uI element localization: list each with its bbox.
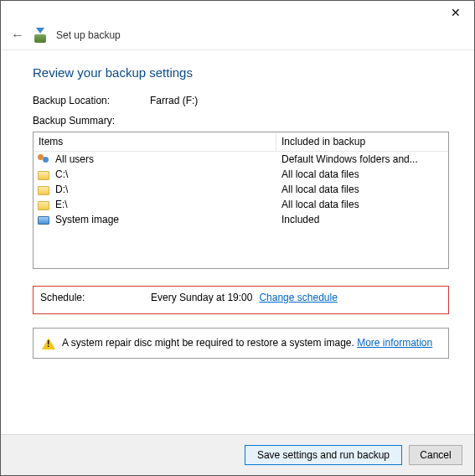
schedule-label: Schedule:	[40, 292, 151, 303]
header: ← Set up backup	[1, 26, 474, 49]
schedule-value: Every Sunday at 19:00	[151, 292, 252, 303]
close-icon: ✕	[451, 6, 461, 19]
monitor-icon	[37, 213, 50, 226]
list-item[interactable]: E:\ All local data files	[34, 197, 448, 212]
list-item-name: D:\	[55, 184, 68, 195]
save-and-run-button[interactable]: Save settings and run backup	[245, 445, 402, 465]
back-arrow-icon[interactable]: ←	[11, 28, 24, 42]
list-item-name: System image	[55, 214, 119, 225]
backup-summary-listview[interactable]: Items Included in backup All users Defau…	[33, 132, 449, 269]
list-item[interactable]: All users Default Windows folders and...	[34, 152, 448, 167]
list-item-included: All local data files	[276, 168, 448, 180]
list-item[interactable]: D:\ All local data files	[34, 182, 448, 197]
folder-icon	[37, 168, 50, 181]
footer: Save settings and run backup Cancel	[1, 434, 474, 475]
backup-location-value: Farrad (F:)	[150, 95, 198, 106]
column-header-included[interactable]: Included in backup	[276, 132, 448, 151]
wizard-window: ✕ ← Set up backup Review your backup set…	[0, 0, 475, 476]
list-item[interactable]: System image Included	[34, 212, 448, 227]
column-header-items[interactable]: Items	[34, 132, 276, 151]
close-button[interactable]: ✕	[436, 1, 474, 24]
backup-summary-label-row: Backup Summary:	[33, 115, 449, 127]
warning-icon	[42, 338, 55, 349]
schedule-row: Schedule: Every Sunday at 19:00 Change s…	[33, 286, 449, 314]
backup-location-label: Backup Location:	[33, 95, 150, 106]
cancel-button[interactable]: Cancel	[409, 445, 462, 465]
list-item-name: C:\	[55, 168, 68, 180]
backup-app-icon	[33, 28, 48, 43]
list-item-included: Included	[276, 214, 448, 225]
list-item-name: All users	[55, 153, 94, 165]
backup-location-row: Backup Location: Farrad (F:)	[33, 95, 449, 106]
list-item-included: All local data files	[276, 184, 448, 195]
list-item-included: Default Windows folders and...	[276, 153, 448, 165]
folder-icon	[37, 198, 50, 211]
content-area: Review your backup settings Backup Locat…	[1, 50, 474, 434]
titlebar: ✕	[1, 1, 474, 26]
folder-icon	[37, 183, 50, 196]
listview-header: Items Included in backup	[34, 132, 448, 152]
window-title: Set up backup	[56, 29, 121, 41]
users-icon	[37, 153, 50, 166]
page-title: Review your backup settings	[33, 65, 449, 80]
backup-summary-label: Backup Summary:	[33, 115, 115, 127]
more-information-link[interactable]: More information	[357, 337, 432, 349]
list-item[interactable]: C:\ All local data files	[34, 167, 448, 182]
info-panel: A system repair disc might be required t…	[33, 328, 449, 359]
change-schedule-link[interactable]: Change schedule	[259, 292, 337, 303]
list-item-included: All local data files	[276, 199, 448, 210]
list-item-name: E:\	[55, 199, 68, 210]
info-text: A system repair disc might be required t…	[62, 337, 432, 349]
